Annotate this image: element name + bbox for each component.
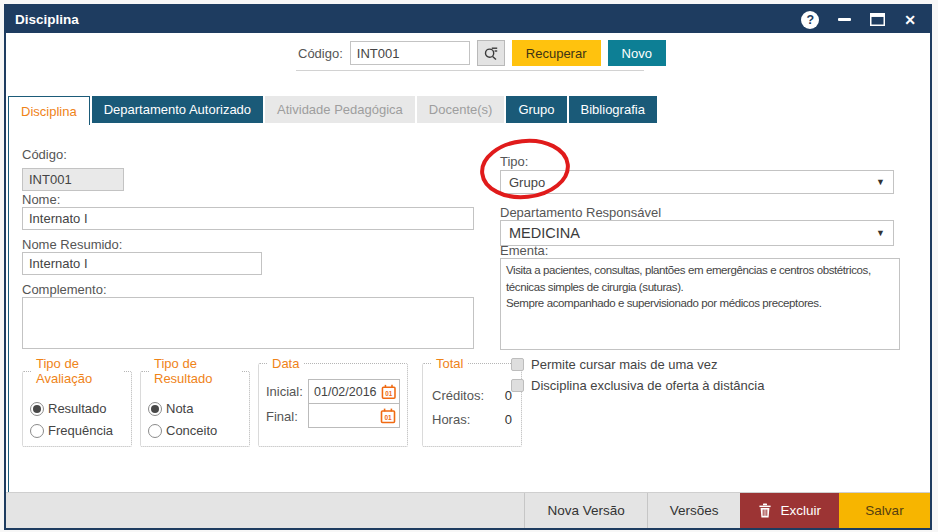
tab-bar: Disciplina Departamento Autorizado Ativi…	[8, 96, 657, 125]
tab-disciplina[interactable]: Disciplina	[8, 96, 90, 125]
trash-icon	[758, 503, 772, 518]
tab-grupo[interactable]: Grupo	[506, 96, 566, 123]
svg-text:01: 01	[385, 389, 392, 396]
total-fieldset: Total Créditos: 0 Horas: 0	[422, 356, 522, 447]
departamento-label: Departamento Responsável	[500, 205, 661, 220]
lookup-bar: Código: Recuperar Novo	[298, 40, 666, 66]
chevron-down-icon: ▼	[876, 228, 885, 238]
nome-label: Nome:	[22, 192, 60, 207]
data-inicial-field[interactable]: 01/02/2016 01	[308, 379, 400, 404]
recuperar-button[interactable]: Recuperar	[512, 40, 601, 66]
search-icon	[483, 45, 499, 61]
svg-text:01: 01	[384, 414, 392, 421]
checkbox-permite-cursar[interactable]: Permite cursar mais de uma vez	[511, 357, 717, 372]
radio-dot-checked	[148, 402, 162, 416]
radio-resultado[interactable]: Resultado	[30, 401, 124, 416]
codigo-label: Código:	[22, 147, 67, 162]
codigo-lookup-label: Código:	[298, 46, 343, 61]
header-divider	[296, 70, 644, 71]
horas-label: Horas:	[432, 412, 470, 427]
chevron-down-icon: ▼	[876, 177, 885, 187]
radio-dot-checked	[30, 402, 44, 416]
footer-bar: Nova Versão Versões Excluir Salvar	[6, 492, 930, 528]
maximize-icon[interactable]	[870, 13, 885, 26]
radio-dot	[30, 424, 44, 438]
complemento-label: Complemento:	[22, 282, 107, 297]
tipo-label: Tipo:	[500, 154, 528, 169]
checkbox-box	[511, 379, 524, 392]
checkbox-oferta-distancia[interactable]: Disciplina exclusiva de oferta à distânc…	[511, 378, 764, 393]
nome-field[interactable]	[22, 207, 474, 230]
tipo-avaliacao-fieldset: Tipo de Avaliação Resultado Frequência	[22, 356, 132, 447]
data-inicial-label: Inicial:	[266, 384, 308, 399]
nome-resumido-field[interactable]	[22, 252, 262, 275]
help-icon[interactable]: ?	[801, 11, 819, 29]
complemento-field[interactable]	[22, 297, 474, 349]
lookup-search-button[interactable]	[477, 40, 505, 66]
tab-panel-border	[8, 125, 9, 492]
titlebar: Disciplina ? ✕	[6, 6, 930, 33]
tab-bibliografia[interactable]: Bibliografia	[569, 96, 657, 123]
radio-frequencia[interactable]: Frequência	[30, 423, 124, 438]
minimize-icon[interactable]	[838, 18, 851, 21]
excluir-button[interactable]: Excluir	[740, 493, 839, 528]
tab-departamento-autorizado[interactable]: Departamento Autorizado	[92, 96, 263, 123]
novo-button[interactable]: Novo	[608, 40, 666, 66]
salvar-button[interactable]: Salvar	[839, 493, 930, 528]
codigo-lookup-input[interactable]	[350, 41, 470, 65]
nome-resumido-label: Nome Resumido:	[22, 237, 122, 252]
checkbox-box	[511, 358, 524, 371]
total-legend: Total	[432, 356, 467, 371]
data-final-field[interactable]: 01	[308, 403, 400, 428]
ementa-field[interactable]: Visita a pacientes, consultas, plantões …	[500, 258, 900, 350]
ementa-label: Ementa:	[500, 243, 548, 258]
close-icon[interactable]: ✕	[904, 12, 916, 28]
tipo-select[interactable]: Grupo ▼	[500, 170, 894, 194]
tab-docentes: Docente(s)	[417, 96, 505, 123]
calendar-icon[interactable]: 01	[380, 408, 396, 424]
radio-conceito[interactable]: Conceito	[148, 423, 242, 438]
data-fieldset: Data Inicial: 01/02/2016 01 Final:	[258, 356, 408, 447]
departamento-select[interactable]: MEDICINA ▼	[500, 220, 894, 246]
tipo-resultado-fieldset: Tipo de Resultado Nota Conceito	[140, 356, 250, 447]
data-legend: Data	[268, 356, 303, 371]
nova-versao-button[interactable]: Nova Versão	[524, 493, 646, 528]
codigo-field	[22, 168, 124, 191]
radio-nota[interactable]: Nota	[148, 401, 242, 416]
calendar-icon[interactable]: 01	[381, 384, 396, 400]
disciplina-dialog: Disciplina ? ✕ Código: Recuperar Novo Di…	[4, 4, 932, 530]
tipo-resultado-legend: Tipo de Resultado	[150, 356, 242, 386]
horas-value: 0	[505, 412, 512, 427]
creditos-label: Créditos:	[432, 388, 484, 403]
radio-dot	[148, 424, 162, 438]
versoes-button[interactable]: Versões	[647, 493, 741, 528]
tipo-avaliacao-legend: Tipo de Avaliação	[32, 356, 124, 386]
tab-atividade-pedagogica: Atividade Pedagógica	[265, 96, 415, 123]
window-title: Disciplina	[6, 12, 79, 27]
options-fieldsets: Tipo de Avaliação Resultado Frequência T…	[22, 356, 522, 447]
data-final-label: Final:	[266, 409, 308, 424]
